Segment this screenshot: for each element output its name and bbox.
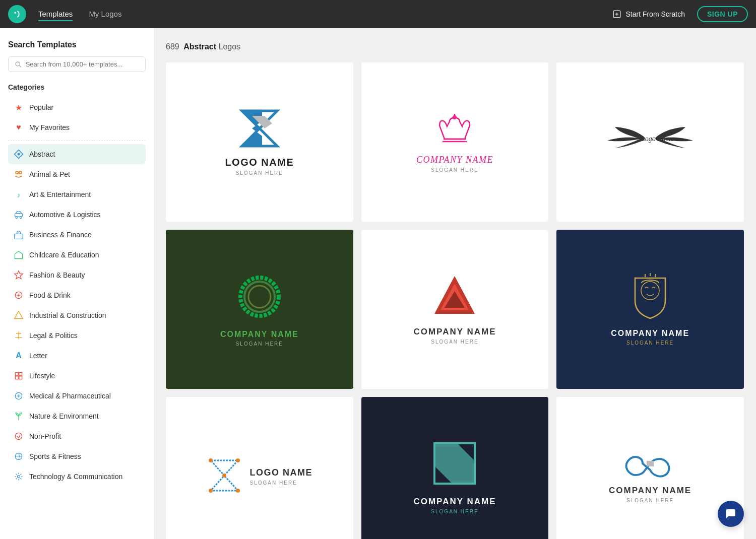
sidebar-title: Search Templates	[8, 40, 146, 49]
popular-icon: ★	[13, 102, 24, 113]
sidebar-item-favorites[interactable]: ♥ My Favorites	[8, 117, 146, 138]
sidebar-item-technology[interactable]: Technology & Communication	[8, 466, 146, 487]
search-input[interactable]	[26, 60, 139, 68]
card-name-5: COMPANY NAME	[413, 327, 496, 337]
card-icon-1	[237, 108, 282, 151]
template-card-8[interactable]: COMPANY NAME SLOGAN HERE	[361, 397, 549, 539]
sidebar-item-animal[interactable]: Animal & Pet	[8, 164, 146, 184]
nav-tab-templates[interactable]: Templates	[38, 8, 73, 21]
result-count: 689	[166, 42, 179, 51]
template-card-9[interactable]: COMPANY NAME SLOGAN HERE	[556, 397, 744, 539]
lifestyle-icon	[13, 370, 24, 381]
template-card-3[interactable]: Logo Name	[556, 62, 744, 222]
medical-icon	[13, 390, 24, 401]
sidebar-item-art[interactable]: ♪ Art & Entertainment	[8, 184, 146, 205]
sidebar-item-fashion-label: Fashion & Beauty	[29, 271, 85, 279]
sidebar-item-food-label: Food & Drink	[29, 291, 71, 299]
sidebar-item-business[interactable]: Business & Finance	[8, 225, 146, 245]
chat-bubble[interactable]	[718, 501, 744, 527]
categories-title: Categories	[8, 83, 146, 91]
template-card-7[interactable]: LOGO NAME SLOGAN HERE	[166, 397, 353, 539]
svg-rect-23	[15, 376, 18, 379]
card-name-7: LOGO NAME	[250, 467, 313, 478]
card-slogan-5: Slogan Here	[431, 339, 478, 345]
childcare-icon	[13, 249, 24, 260]
sidebar-item-lifestyle[interactable]: Lifestyle	[8, 366, 146, 386]
letter-icon: A	[13, 350, 24, 361]
sidebar-item-nature[interactable]: Nature & Environment	[8, 406, 146, 426]
nonprofit-icon	[13, 431, 24, 442]
abstract-icon	[13, 149, 24, 160]
sidebar-item-food[interactable]: Food & Drink	[8, 285, 146, 305]
sign-up-button[interactable]: SIGN UP	[697, 6, 748, 22]
sidebar-item-industrial[interactable]: ! Industrial & Construction	[8, 305, 146, 325]
start-from-scratch-button[interactable]: Start From Scratch	[612, 10, 684, 19]
food-icon	[13, 290, 24, 301]
svg-point-5	[16, 62, 20, 66]
card-slogan-6: Slogan Here	[626, 340, 674, 346]
svg-rect-22	[19, 372, 22, 375]
logo[interactable]	[8, 5, 26, 23]
sidebar-item-art-label: Art & Entertainment	[29, 190, 91, 198]
sidebar-item-letter[interactable]: A Letter	[8, 346, 146, 366]
card-slogan-1: SLOGAN HERE	[236, 170, 283, 176]
svg-point-47	[236, 489, 240, 493]
template-card-2[interactable]: Company Name SLOGAN HERE	[361, 62, 549, 222]
card-slogan-8: SLOGAN HERE	[431, 509, 478, 514]
sidebar-item-medical[interactable]: Medical & Pharmaceutical	[8, 386, 146, 406]
art-icon: ♪	[13, 189, 24, 200]
svg-point-48	[209, 489, 213, 493]
favorites-icon: ♥	[13, 122, 24, 133]
template-card-6[interactable]: COMPANY NAME Slogan Here	[556, 230, 744, 389]
template-card-1[interactable]: LOGO NAME SLOGAN HERE	[166, 62, 353, 222]
card-slogan-7: SLOGAN HERE	[250, 480, 297, 486]
sidebar-item-abstract[interactable]: Abstract	[8, 144, 146, 164]
sidebar-item-business-label: Business & Finance	[29, 231, 92, 239]
industrial-icon: !	[13, 310, 24, 321]
card-icon-8	[429, 438, 480, 491]
search-box	[8, 56, 146, 72]
sidebar-item-animal-label: Animal & Pet	[29, 170, 70, 178]
technology-icon	[13, 471, 24, 482]
sidebar-item-lifestyle-label: Lifestyle	[29, 372, 55, 380]
card-icon-5	[429, 274, 480, 321]
sidebar-item-automotive[interactable]: Automotive & Logistics	[8, 205, 146, 225]
svg-text:Logo Name: Logo Name	[641, 135, 674, 143]
search-icon	[15, 60, 22, 68]
card-name-1: LOGO NAME	[225, 157, 294, 168]
sidebar-item-popular[interactable]: ★ Popular	[8, 97, 146, 117]
sidebar-item-automotive-label: Automotive & Logistics	[29, 211, 101, 219]
card-icon-3: Logo Name	[605, 123, 696, 155]
business-icon	[13, 229, 24, 240]
svg-point-9	[16, 171, 18, 174]
card-slogan-2: SLOGAN HERE	[431, 167, 478, 173]
result-suffix: Logos	[219, 42, 241, 51]
svg-point-1	[15, 12, 17, 14]
sidebar-item-childcare[interactable]: Childcare & Education	[8, 245, 146, 265]
sidebar-item-nonprofit-label: Non-Profit	[29, 432, 61, 440]
svg-rect-21	[15, 372, 18, 375]
svg-point-42	[641, 282, 659, 300]
sidebar-item-favorites-label: My Favorites	[29, 123, 70, 131]
sidebar-item-technology-label: Technology & Communication	[29, 473, 122, 481]
sidebar-item-fashion[interactable]: Fashion & Beauty	[8, 265, 146, 285]
template-card-4[interactable]: COMPANY NAME Slogan Here	[166, 230, 353, 389]
header: Templates My Logos Start From Scratch SI…	[0, 0, 756, 28]
svg-point-44	[209, 458, 213, 462]
card-name-9: COMPANY NAME	[609, 486, 691, 496]
template-card-5[interactable]: COMPANY NAME Slogan Here	[361, 230, 549, 389]
layout: Search Templates Categories ★ Popular ♥ …	[0, 28, 756, 539]
sidebar-item-nature-label: Nature & Environment	[29, 412, 99, 420]
svg-point-46	[222, 474, 226, 478]
sidebar-item-sports[interactable]: Sports & Fitness	[8, 446, 146, 466]
svg-point-12	[16, 217, 17, 218]
sidebar-item-legal[interactable]: Legal & Politics	[8, 325, 146, 346]
legal-icon	[13, 330, 24, 341]
nav-tab-mylogos[interactable]: My Logos	[89, 8, 121, 21]
sidebar-item-nonprofit[interactable]: Non-Profit	[8, 426, 146, 446]
svg-point-10	[19, 171, 22, 174]
sidebar-item-legal-label: Legal & Politics	[29, 331, 78, 340]
automotive-icon	[13, 209, 24, 220]
svg-rect-51	[647, 461, 654, 466]
svg-point-28	[18, 476, 20, 478]
